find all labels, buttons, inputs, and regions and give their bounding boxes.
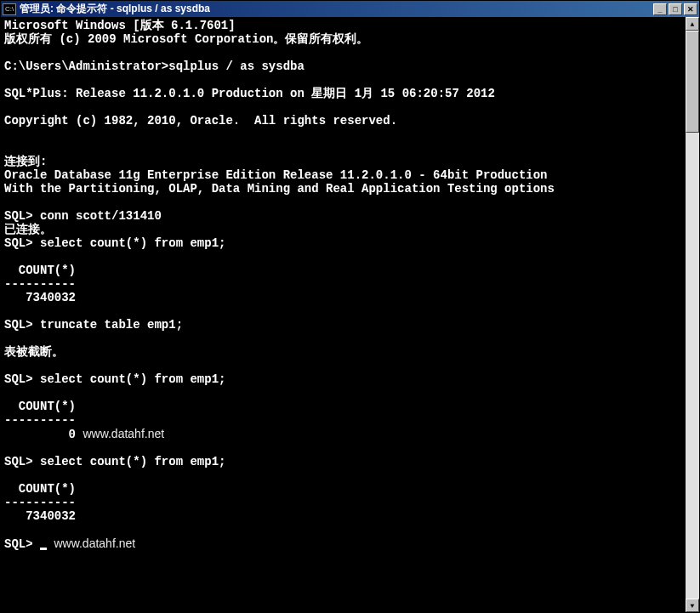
watermark-text: www.datahf.net [83, 427, 164, 440]
maximize-button[interactable]: □ [669, 3, 682, 15]
terminal-output[interactable]: Microsoft Windows [版本 6.1.7601] 版权所有 (c)… [1, 17, 686, 612]
scroll-up-button[interactable]: ▲ [686, 17, 699, 31]
scroll-down-button[interactable]: ▼ [686, 599, 699, 612]
scroll-track[interactable] [686, 31, 699, 599]
cmd-window: C:\ 管理员: 命令提示符 - sqlplus / as sysdba _ □… [0, 0, 700, 613]
close-button[interactable]: ✕ [684, 3, 697, 15]
scroll-thumb[interactable] [686, 31, 699, 133]
watermark-text: www.datahf.net [54, 536, 135, 550]
window-title: 管理员: 命令提示符 - sqlplus / as sysdba [20, 2, 653, 16]
content-area: Microsoft Windows [版本 6.1.7601] 版权所有 (c)… [1, 17, 699, 612]
titlebar[interactable]: C:\ 管理员: 命令提示符 - sqlplus / as sysdba _ □… [1, 1, 699, 17]
cursor [40, 548, 47, 550]
minimize-button[interactable]: _ [653, 3, 667, 15]
vertical-scrollbar[interactable]: ▲ ▼ [686, 17, 699, 612]
window-controls: _ □ ✕ [653, 3, 699, 15]
cmd-icon: C:\ [3, 3, 16, 15]
